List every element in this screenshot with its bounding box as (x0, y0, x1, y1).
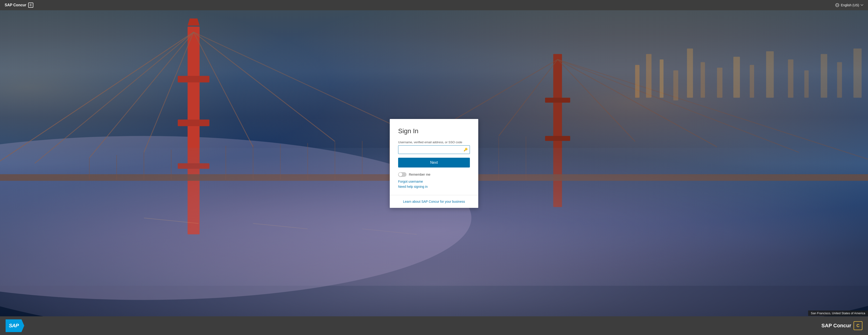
concur-logo-icon: C (28, 3, 33, 8)
chevron-down-icon (861, 4, 863, 6)
forgot-username-link[interactable]: Forgot username (398, 179, 470, 184)
toggle-knob (399, 173, 402, 176)
svg-line-19 (194, 32, 253, 147)
signin-card-footer: Learn about SAP Concur for your business (390, 195, 478, 208)
svg-line-20 (194, 32, 335, 142)
svg-line-25 (558, 59, 717, 147)
svg-rect-55 (788, 59, 793, 98)
svg-rect-51 (717, 68, 722, 98)
svg-rect-59 (853, 49, 862, 98)
svg-rect-48 (673, 71, 678, 101)
svg-rect-9 (178, 120, 210, 126)
svg-line-17 (89, 32, 193, 158)
svg-rect-54 (766, 51, 774, 98)
svg-line-23 (499, 59, 558, 136)
svg-rect-56 (804, 71, 809, 98)
svg-rect-57 (821, 54, 827, 97)
remember-me-toggle[interactable] (398, 172, 406, 177)
bottom-footer: SAP SAP Concur C (0, 316, 868, 335)
svg-line-24 (558, 59, 635, 141)
learn-more-link[interactable]: Learn about SAP Concur for your business (403, 200, 465, 203)
sap-logo-shape: SAP (6, 319, 24, 332)
language-selector[interactable]: English (US) (835, 3, 863, 7)
svg-rect-46 (646, 54, 651, 97)
location-label: San Francisco, United States of America (808, 310, 868, 316)
svg-line-18 (144, 32, 194, 152)
svg-rect-8 (178, 76, 210, 82)
brand-name: SAP Concur (5, 3, 26, 7)
svg-rect-58 (837, 62, 842, 98)
footer-concur-icon: C (854, 321, 862, 330)
svg-rect-53 (750, 65, 754, 98)
username-input-wrapper: 🔑 (398, 145, 470, 154)
svg-rect-49 (687, 49, 693, 98)
svg-rect-14 (545, 136, 570, 141)
footer-brand-name: SAP Concur (822, 323, 851, 329)
svg-rect-13 (545, 98, 570, 103)
top-navbar: SAP Concur C English (US) (0, 0, 868, 10)
svg-line-26 (558, 59, 799, 152)
remember-me-label: Remember me (409, 173, 431, 176)
sap-text: SAP (9, 323, 19, 329)
footer-brand: SAP Concur C (822, 321, 862, 330)
signin-card: Sign In Username, verified email address… (390, 119, 478, 208)
need-help-link[interactable]: Need help signing in (398, 185, 470, 189)
svg-rect-52 (733, 57, 740, 98)
passkey-icon[interactable]: 🔑 (464, 148, 468, 151)
globe-icon (835, 3, 839, 7)
svg-line-16 (35, 32, 194, 163)
sap-logo: SAP (6, 319, 24, 332)
signin-card-body: Sign In Username, verified email address… (390, 119, 478, 195)
main-content-area: Sign In Username, verified email address… (0, 10, 868, 316)
remember-me-row: Remember me (398, 172, 470, 177)
svg-line-27 (558, 59, 868, 163)
username-input[interactable] (398, 145, 470, 154)
svg-line-21 (194, 32, 417, 136)
svg-rect-47 (660, 59, 663, 98)
language-label: English (US) (841, 3, 859, 7)
signin-title: Sign In (398, 128, 470, 135)
brand-logo: SAP Concur C (5, 3, 33, 8)
username-label: Username, verified email address, or SSO… (398, 140, 470, 144)
svg-marker-11 (188, 19, 199, 25)
next-button[interactable]: Next (398, 158, 470, 167)
svg-rect-50 (701, 62, 705, 98)
svg-rect-45 (635, 65, 640, 98)
